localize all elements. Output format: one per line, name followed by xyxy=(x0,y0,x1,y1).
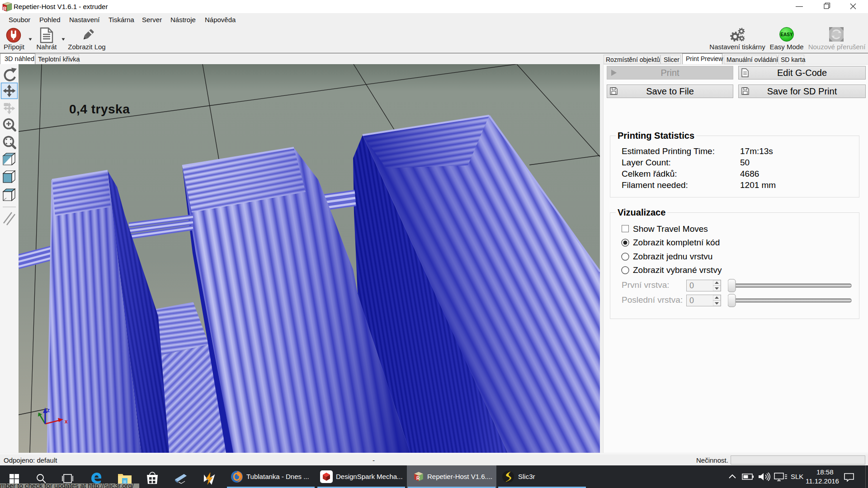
svg-text:EASY: EASY xyxy=(780,32,793,37)
svg-text:0,4 tryska: 0,4 tryska xyxy=(69,102,130,116)
svg-text:z: z xyxy=(47,407,50,413)
svg-text:R: R xyxy=(416,476,420,481)
svg-text:x: x xyxy=(65,418,68,425)
svg-text:R: R xyxy=(3,6,7,11)
